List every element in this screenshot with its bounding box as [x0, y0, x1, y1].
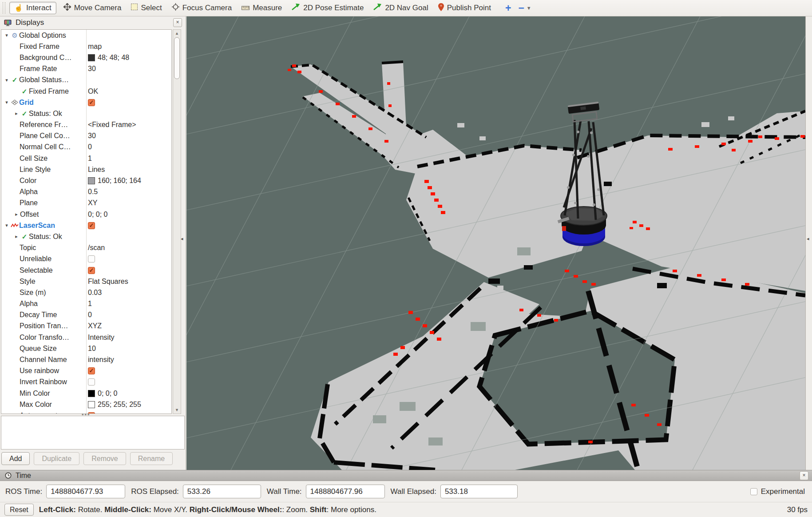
tree-row-position-tran-[interactable]: Position Tran…XYZ — [1, 321, 171, 332]
scrollbar-thumb[interactable] — [174, 37, 180, 79]
tool-measure[interactable]: Measure — [242, 4, 282, 12]
expand-arrow-icon[interactable]: ▸ — [13, 234, 20, 239]
tool-select[interactable]: Select — [131, 4, 162, 12]
tree-row-laserscan[interactable]: ▾LaserScan✓ — [1, 220, 171, 231]
property-checkbox[interactable]: ✓ — [88, 367, 95, 374]
property-value[interactable]: ✓ — [88, 99, 95, 106]
tree-row-color-transfo-[interactable]: Color Transfo…Intensity — [1, 332, 171, 343]
tree-row-invert-rainbow[interactable]: Invert Rainbow — [1, 377, 171, 388]
duplicate-button[interactable]: Duplicate — [34, 452, 79, 465]
tool-publish-point[interactable]: Publish Point — [438, 3, 491, 13]
experimental-checkbox[interactable] — [750, 488, 757, 495]
tree-row-normal-cell-c-[interactable]: Normal Cell C…0 — [1, 142, 171, 153]
property-value[interactable]: 1 — [88, 300, 92, 308]
displays-close-icon[interactable]: × — [173, 18, 182, 27]
tree-row-alpha[interactable]: Alpha0.5 — [1, 187, 171, 198]
tree-row-use-rainbow[interactable]: Use rainbow✓ — [1, 366, 171, 377]
tree-row-plane[interactable]: PlaneXY — [1, 198, 171, 209]
expand-arrow-icon[interactable]: ▾ — [3, 77, 10, 83]
property-value[interactable]: 30 — [88, 132, 96, 140]
tree-row-style[interactable]: StyleFlat Squares — [1, 276, 171, 287]
tree-row-global-status-[interactable]: ▾✓Global Status… — [1, 75, 171, 86]
time-field-input[interactable]: 1488804677.93 — [46, 485, 125, 498]
property-value[interactable]: /scan — [88, 244, 105, 252]
tree-row-size-m-[interactable]: Size (m)0.03 — [1, 287, 171, 298]
tool-focus-camera[interactable]: Focus Camera — [172, 3, 232, 13]
3d-viewport[interactable] — [186, 16, 805, 470]
color-swatch[interactable] — [88, 390, 95, 397]
remove-button[interactable]: Remove — [83, 452, 126, 465]
expand-arrow-icon[interactable]: ▸ — [13, 211, 20, 217]
tree-row-channel-name[interactable]: Channel Nameintensity — [1, 354, 171, 365]
tree-row-fixed-frame[interactable]: Fixed Framemap — [1, 41, 171, 52]
property-value[interactable]: 255; 255; 255 — [88, 401, 141, 409]
property-value[interactable]: ✓ — [88, 222, 95, 229]
property-value[interactable]: 0 — [88, 143, 92, 151]
property-checkbox[interactable]: ✓ — [88, 267, 95, 274]
color-swatch[interactable] — [88, 177, 95, 184]
tree-row-offset[interactable]: ▸Offset0; 0; 0 — [1, 209, 171, 220]
property-value[interactable]: 48; 48; 48 — [88, 54, 129, 62]
tool-move-camera[interactable]: Move Camera — [63, 3, 122, 13]
tree-row-grid[interactable]: ▾Grid✓ — [1, 97, 171, 108]
expand-arrow-icon[interactable]: ▸ — [13, 111, 20, 116]
tree-row-reference-fr-[interactable]: Reference Fr…<Fixed Frame> — [1, 119, 171, 131]
color-swatch[interactable] — [88, 54, 95, 61]
expand-arrow-icon[interactable]: ▾ — [3, 99, 10, 105]
property-value[interactable]: XY — [88, 199, 97, 207]
tool-2d-nav-goal[interactable]: 2D Nav Goal — [373, 3, 428, 13]
property-value[interactable]: Lines — [88, 166, 105, 174]
property-value[interactable]: Flat Squares — [88, 278, 128, 286]
property-value[interactable]: 160; 160; 164 — [88, 177, 141, 185]
tree-row-selectable[interactable]: Selectable✓ — [1, 265, 171, 276]
property-checkbox[interactable] — [88, 378, 95, 386]
tree-row-min-color[interactable]: Min Color0; 0; 0 — [1, 388, 171, 399]
3d-scene-canvas[interactable] — [186, 16, 805, 470]
tree-row-status-ok[interactable]: ▸✓Status: Ok — [1, 108, 171, 119]
tree-row-color[interactable]: Color160; 160; 164 — [1, 175, 171, 186]
tree-row-decay-time[interactable]: Decay Time0 — [1, 310, 171, 321]
chevron-down-icon[interactable]: ▼ — [527, 5, 531, 11]
property-value[interactable]: Intensity — [88, 334, 115, 342]
tree-row-unreliable[interactable]: Unreliable — [1, 254, 171, 265]
property-checkbox[interactable]: ✓ — [88, 99, 95, 106]
experimental-option[interactable]: Experimental — [750, 487, 805, 496]
property-value[interactable]: 0 — [88, 311, 92, 319]
tree-row-max-color[interactable]: Max Color255; 255; 255 — [1, 399, 171, 410]
tool-2d-pose-estimate[interactable]: 2D Pose Estimate — [292, 3, 364, 13]
property-checkbox[interactable] — [88, 255, 95, 262]
tree-row-frame-rate[interactable]: Frame Rate30 — [1, 64, 171, 75]
property-value[interactable]: ✓ — [88, 367, 95, 374]
right-panel-strip[interactable] — [805, 16, 812, 470]
toolbar-drag-handle[interactable] — [3, 2, 5, 14]
tree-row-cell-size[interactable]: Cell Size1 — [1, 153, 171, 164]
displays-scrollbar[interactable]: ▲ ▼ — [173, 29, 181, 414]
property-value[interactable] — [88, 378, 95, 386]
scroll-down-icon[interactable]: ▼ — [173, 408, 181, 412]
tree-row-status-ok[interactable]: ▸✓Status: Ok — [1, 231, 171, 242]
tree-row-plane-cell-co-[interactable]: Plane Cell Co…30 — [1, 131, 171, 142]
remove-tool-button[interactable]: − — [518, 2, 523, 14]
color-swatch[interactable] — [88, 401, 95, 408]
property-value[interactable]: 30 — [88, 65, 96, 73]
time-close-icon[interactable]: × — [800, 471, 808, 480]
property-value[interactable]: ✓ — [88, 267, 95, 274]
property-value[interactable]: map — [88, 43, 102, 51]
property-value[interactable]: <Fixed Frame> — [88, 121, 136, 129]
time-field-input[interactable]: 533.18 — [440, 485, 518, 498]
right-splitter-collapse-icon[interactable]: ◂ — [807, 236, 809, 242]
property-value[interactable]: XYZ — [88, 322, 102, 330]
property-value[interactable]: 0; 0; 0 — [88, 211, 107, 219]
scroll-up-icon[interactable]: ▲ — [173, 31, 181, 36]
property-checkbox[interactable]: ✓ — [88, 222, 95, 229]
reset-button[interactable]: Reset — [4, 504, 34, 516]
expand-arrow-icon[interactable]: ▾ — [3, 32, 10, 38]
rename-button[interactable]: Rename — [130, 452, 173, 465]
property-value[interactable]: 0.5 — [88, 188, 98, 196]
time-field-input[interactable]: 533.26 — [183, 485, 261, 498]
tree-row-fixed-frame[interactable]: ✓Fixed FrameOK — [1, 86, 171, 97]
time-field-input[interactable]: 1488804677.96 — [306, 485, 385, 498]
left-splitter-collapse-icon[interactable]: ◂ — [181, 236, 183, 242]
tree-row-global-options[interactable]: ▾⚙Global Options — [1, 30, 171, 41]
tree-row-alpha[interactable]: Alpha1 — [1, 298, 171, 310]
